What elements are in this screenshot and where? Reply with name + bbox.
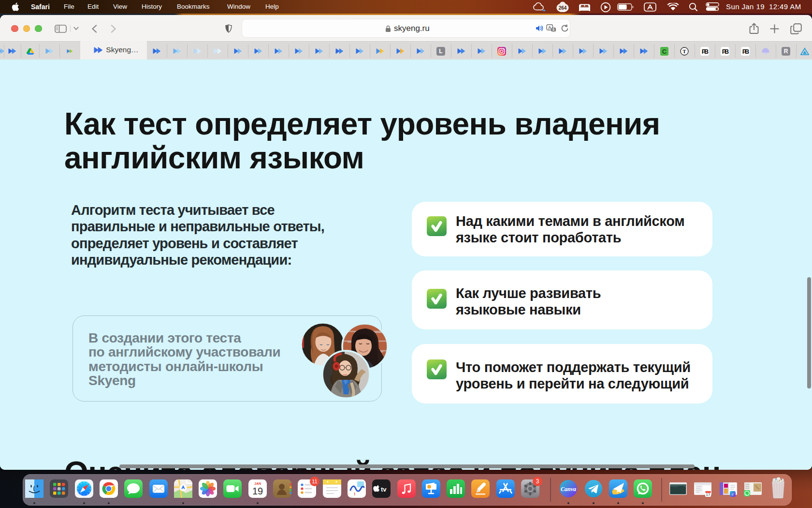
svg-text:B: B <box>745 48 749 55</box>
svg-text:R: R <box>784 48 788 55</box>
svg-text:B: B <box>704 48 709 55</box>
svg-text:264: 264 <box>559 5 567 11</box>
svg-text:L: L <box>439 48 442 55</box>
svg-text:B: B <box>725 48 729 55</box>
svg-text:文: 文 <box>551 28 555 31</box>
svg-text:A: A <box>548 25 551 30</box>
svg-text:C: C <box>662 48 667 55</box>
svg-text:T: T <box>682 48 686 54</box>
